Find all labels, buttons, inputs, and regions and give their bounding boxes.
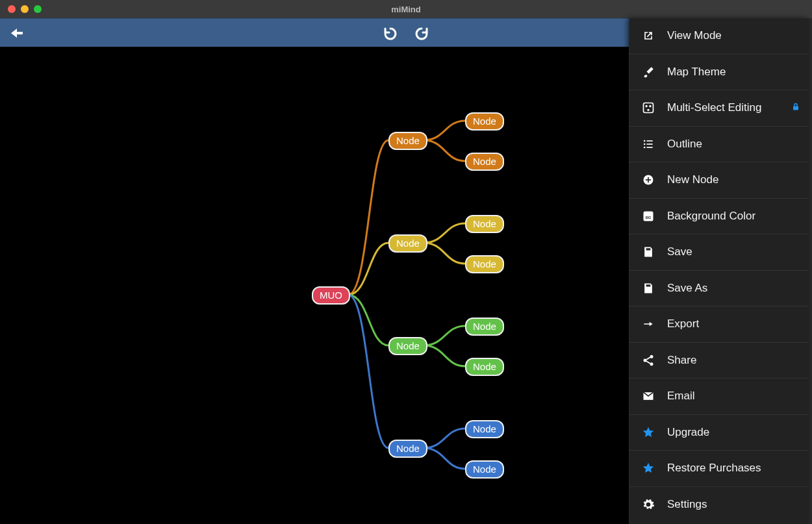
- svg-point-2: [649, 105, 651, 107]
- menu-item-label: Save: [667, 245, 692, 258]
- svg-point-9: [644, 146, 646, 148]
- svg-point-1: [645, 105, 647, 107]
- menu-item-multi-select[interactable]: Multi-Select Editing: [629, 90, 808, 127]
- branch-node-yellow[interactable]: Node: [388, 234, 427, 253]
- menu-item-label: Map Theme: [667, 66, 726, 79]
- svg-point-5: [644, 140, 646, 142]
- menu-item-label: Settings: [667, 498, 707, 511]
- plus-icon: [641, 173, 655, 187]
- lock-icon: [793, 103, 799, 113]
- menu-item-label: Background Color: [667, 210, 755, 223]
- undo-button[interactable]: [383, 25, 398, 41]
- menu-item-restore[interactable]: Restore Purchases: [629, 451, 808, 487]
- overflow-menu: View ModeMap ThemeMulti-Select EditingOu…: [629, 18, 808, 524]
- svg-point-7: [644, 143, 646, 145]
- svg-point-16: [650, 355, 653, 358]
- window-minimize-button[interactable]: [21, 5, 29, 13]
- menu-item-map-theme[interactable]: Map Theme: [629, 55, 808, 91]
- menu-item-label: New Node: [667, 173, 718, 186]
- svg-rect-4: [793, 106, 798, 110]
- floppy-icon: [641, 245, 655, 259]
- share-icon: [641, 353, 655, 368]
- leaf-node-orange-0[interactable]: Node: [465, 112, 504, 131]
- menu-item-label: Multi-Select Editing: [667, 101, 762, 114]
- leaf-node-blue-1[interactable]: Node: [465, 460, 504, 479]
- svg-point-17: [644, 358, 647, 362]
- leaf-node-green-0[interactable]: Node: [465, 318, 504, 336]
- window-titlebar: miMind: [0, 0, 812, 18]
- window-title: miMind: [0, 5, 812, 14]
- branch-node-blue[interactable]: Node: [388, 440, 427, 458]
- mindmap-root-node[interactable]: MUO: [312, 286, 350, 305]
- brush-icon: [641, 65, 655, 79]
- svg-rect-13: [646, 179, 651, 181]
- menu-item-email[interactable]: Email: [629, 379, 808, 415]
- floppy-icon: [641, 281, 655, 295]
- menu-item-new-node[interactable]: New Node: [629, 162, 808, 199]
- menu-item-label: Upgrade: [667, 426, 709, 439]
- svg-point-3: [647, 109, 649, 111]
- external-icon: [641, 29, 655, 43]
- menu-item-view-mode[interactable]: View Mode: [629, 18, 808, 55]
- leaf-node-orange-1[interactable]: Node: [465, 153, 504, 171]
- star-icon: [641, 425, 655, 440]
- menu-item-label: Restore Purchases: [667, 462, 761, 475]
- mail-icon: [641, 389, 655, 403]
- leaf-node-green-1[interactable]: Node: [465, 358, 504, 376]
- menu-item-label: Outline: [667, 138, 702, 151]
- arrow-right-icon: [641, 317, 655, 331]
- menu-item-background-color[interactable]: BGBackground Color: [629, 199, 808, 235]
- redo-icon: [414, 25, 429, 41]
- menu-item-outline[interactable]: Outline: [629, 127, 808, 163]
- menu-item-label: Save As: [667, 282, 707, 295]
- back-arrow-icon: [9, 27, 25, 40]
- traffic-lights: [0, 5, 42, 13]
- svg-rect-6: [647, 140, 653, 142]
- gear-icon: [641, 497, 655, 512]
- menu-item-label: Share: [667, 354, 696, 367]
- undo-icon: [383, 25, 398, 41]
- window-scrollbar[interactable]: [808, 18, 812, 524]
- menu-item-label: Export: [667, 318, 699, 331]
- menu-item-save[interactable]: Save: [629, 234, 808, 271]
- multi-icon: [641, 101, 655, 115]
- branch-node-orange[interactable]: Node: [388, 132, 427, 150]
- list-icon: [641, 137, 655, 151]
- menu-item-settings[interactable]: Settings: [629, 487, 808, 523]
- leaf-node-blue-0[interactable]: Node: [465, 420, 504, 438]
- svg-rect-0: [644, 103, 653, 113]
- leaf-node-yellow-0[interactable]: Node: [465, 215, 504, 233]
- svg-rect-10: [647, 147, 653, 148]
- window-close-button[interactable]: [8, 5, 16, 13]
- menu-item-save-as[interactable]: Save As: [629, 271, 808, 307]
- menu-item-label: Email: [667, 390, 695, 403]
- menu-item-upgrade[interactable]: Upgrade: [629, 415, 808, 451]
- bg-icon: BG: [641, 209, 655, 223]
- star-icon: [641, 461, 655, 475]
- back-button[interactable]: [9, 19, 25, 47]
- branch-node-green[interactable]: Node: [388, 337, 427, 355]
- menu-item-label: View Mode: [667, 29, 722, 42]
- svg-point-18: [650, 362, 653, 366]
- leaf-node-yellow-1[interactable]: Node: [465, 255, 504, 273]
- svg-text:BG: BG: [646, 216, 652, 219]
- menu-item-export[interactable]: Export: [629, 306, 808, 343]
- menu-item-share[interactable]: Share: [629, 343, 808, 379]
- redo-button[interactable]: [414, 25, 429, 41]
- svg-rect-8: [647, 143, 653, 145]
- window-zoom-button[interactable]: [34, 5, 42, 13]
